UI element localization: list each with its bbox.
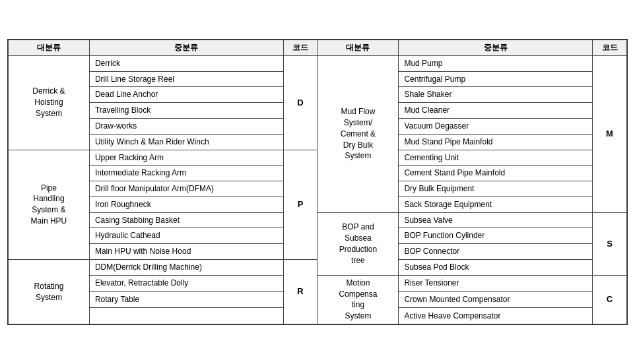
- left-sub-item: Main HPU with Noise Hood: [89, 244, 283, 260]
- left-sub-item: Intermediate Racking Arm: [89, 166, 283, 181]
- left-sub-item: Draw-works: [89, 118, 283, 134]
- right-sub-item: Sack Storage Equipment: [399, 197, 593, 212]
- left-sub-item: Hydraulic Cathead: [89, 228, 283, 244]
- right-sub-item: Riser Tensioner: [399, 275, 593, 291]
- right-category-1: BOP and Subsea Production tree: [318, 212, 399, 275]
- left-sub-item: [89, 308, 283, 324]
- left-sub-item: Utility Winch & Man Rider Winch: [89, 134, 283, 150]
- left-code-2: R: [283, 260, 318, 324]
- left-category-1: Pipe Handling System & Main HPU: [9, 150, 90, 260]
- right-sub-item: Mud Stand Pipe Mainfold: [399, 134, 593, 150]
- right-sub-item: BOP Connector: [399, 244, 593, 260]
- right-sub-item: Cementing Unit: [399, 150, 593, 166]
- right-sub-item: Vacuum Degasser: [399, 118, 593, 134]
- right-code-2: C: [593, 275, 627, 324]
- right-sub-item: Dry Bulk Equipment: [399, 181, 593, 197]
- left-sub-item: Rotary Table: [89, 291, 283, 308]
- left-sub-item: Drill floor Manipulator Arm(DFMA): [89, 181, 283, 197]
- left-sub-item: Casing Stabbing Basket: [89, 212, 283, 228]
- left-code-1: P: [283, 150, 318, 260]
- left-category-2: Rotating System: [9, 260, 90, 324]
- right-sub-item: Active Heave Compensator: [399, 308, 593, 324]
- left-sub-item: Derrick: [89, 55, 283, 71]
- left-sub-item: Upper Racking Arm: [89, 150, 283, 166]
- right-sub-item: Mud Cleaner: [399, 103, 593, 119]
- left-sub-item: Dead Line Anchor: [89, 87, 283, 103]
- header-left-code: 코드: [283, 40, 318, 55]
- header-left-sub: 중분류: [89, 40, 283, 55]
- left-code-0: D: [283, 55, 318, 150]
- right-code-0: M: [593, 55, 627, 212]
- left-sub-item: Elevator, Retractable Dolly: [89, 275, 283, 291]
- right-sub-item: Crown Mounted Compensator: [399, 291, 593, 308]
- right-sub-item: Centrifugal Pump: [399, 71, 593, 87]
- header-right-code: 코드: [593, 40, 627, 55]
- right-category-2: Motion Compensa ting System: [318, 275, 399, 324]
- left-sub-item: Iron Roughneck: [89, 197, 283, 212]
- right-code-1: S: [593, 212, 627, 275]
- right-sub-item: Subsea Pod Block: [399, 260, 593, 276]
- right-sub-item: Mud Pump: [399, 55, 593, 71]
- left-sub-item: Travelling Block: [89, 103, 283, 119]
- right-sub-item: Subsea Valve: [399, 212, 593, 228]
- right-sub-item: BOP Function Cylinder: [399, 228, 593, 244]
- left-sub-item: DDM(Derrick Drilling Machine): [89, 260, 283, 276]
- left-category-0: Derrick & Hoisting System: [9, 55, 90, 150]
- right-category-0: Mud Flow System/ Cement & Dry Bulk Syste…: [318, 55, 399, 212]
- right-sub-item: Cement Stand Pipe Mainfold: [399, 166, 593, 181]
- right-sub-item: Shale Shaker: [399, 87, 593, 103]
- header-right-sub: 중분류: [399, 40, 593, 55]
- left-sub-item: Drill Line Storage Reel: [89, 71, 283, 87]
- header-right-cat: 대분류: [318, 40, 399, 55]
- main-table-container: 대분류 중분류 코드 대분류 중분류 코드 Derrick & Hoisting…: [7, 39, 628, 325]
- header-left-cat: 대분류: [9, 40, 90, 55]
